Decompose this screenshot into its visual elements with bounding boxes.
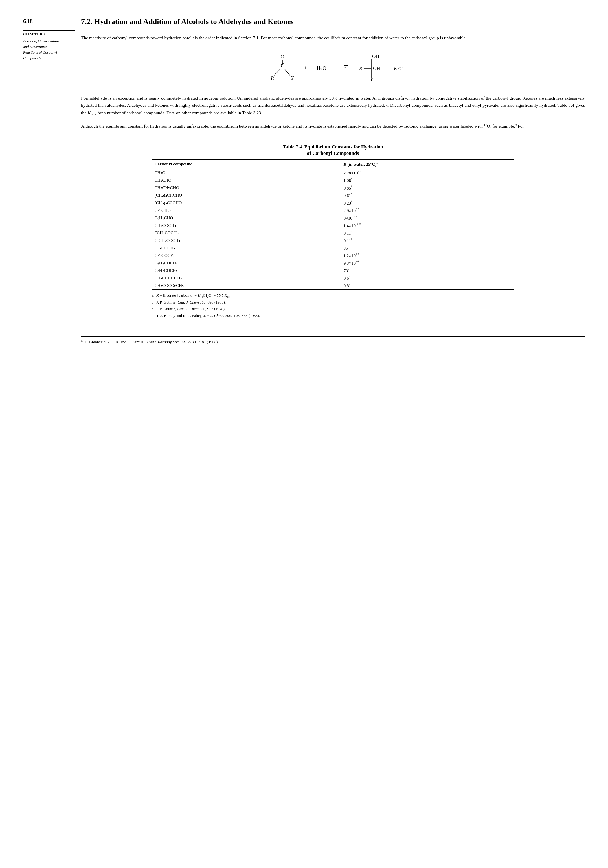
table-row: CF₃COCF₃1.2×10⁶ ᵇ <box>152 252 515 259</box>
svg-text:OH: OH <box>373 66 380 71</box>
value-cell: 0.85ᵇ <box>341 184 514 192</box>
value-cell: 1.06ᵇ <box>341 177 514 184</box>
compound-cell: C₆H₅CHO <box>152 214 341 222</box>
footnote-a: a. K = [hydrate][carbonyl] = Keq[H2O] = … <box>152 292 515 299</box>
chapter-label: CHAPTER 7 <box>23 30 75 36</box>
compound-cell: CH₃COCOCH₃ <box>152 274 341 282</box>
svg-line-5 <box>284 69 290 76</box>
reaction-svg: O ‖ C R Y + H₂O ⇌ <box>255 52 411 84</box>
svg-text:‖: ‖ <box>281 53 284 59</box>
table-title-line2: of Carbonyl Compounds <box>81 150 585 156</box>
svg-text:< 1: < 1 <box>398 66 404 71</box>
table-row: FCH₂COCH₃0.11ᶜ <box>152 229 515 237</box>
footnote9-text: 9. P. Greenzaid, Z. Luz, and D. Samuel, … <box>81 340 219 344</box>
compound-cell: (CH₃)₃CCCHO <box>152 199 341 206</box>
compound-cell: (CH₃)₂CHCHO <box>152 192 341 199</box>
compound-cell: CF₃CHO <box>152 206 341 214</box>
table-row: CH₃COCH₃1.4×10⁻³ ᵇ <box>152 222 515 229</box>
body-para3: Although the equilibrium constant for hy… <box>81 122 585 130</box>
svg-text:H₂O: H₂O <box>316 65 326 71</box>
table-title-line1: Table 7.4. Equilibrium Constants for Hyd… <box>81 144 585 150</box>
table-row: C₆H₅COCF₃78ᵇ <box>152 267 515 274</box>
value-cell: 0.23ᵇ <box>341 199 514 206</box>
table-row: CH₃COCOCH₃0.6ᵈ <box>152 274 515 282</box>
value-cell: 0.11ᶜ <box>341 229 514 237</box>
equilibrium-table: Carbonyl compound K (in water, 25°C)a CH… <box>152 159 515 290</box>
value-cell: 1.2×10⁶ ᵇ <box>341 252 514 259</box>
footnote-c: c. J. P. Guthrie, Can. J. Chem., 56, 962… <box>152 306 515 313</box>
main-content: 7.2. Hydration and Addition of Alcohols … <box>81 17 585 345</box>
compound-cell: CF₃COCH₃ <box>152 244 341 252</box>
page-layout: 638 CHAPTER 7 Addition, Condensation and… <box>23 17 585 345</box>
table-row: (CH₃)₃CCCHO0.23ᵇ <box>152 199 515 206</box>
svg-text:+: + <box>304 64 307 71</box>
svg-text:Y: Y <box>370 77 373 82</box>
table-row: CH₃COCO₂CH₃0.8ᵈ <box>152 282 515 290</box>
compound-cell: CH₂O <box>152 169 341 177</box>
svg-text:Y: Y <box>291 75 294 81</box>
col2-header: K (in water, 25°C)a <box>341 160 514 169</box>
reaction-diagram: O ‖ C R Y + H₂O ⇌ <box>81 52 585 84</box>
value-cell: 9.3×10⁻⁶ ᶜ <box>341 259 514 267</box>
value-cell: 1.4×10⁻³ ᵇ <box>341 222 514 229</box>
page-number: 638 <box>23 17 75 25</box>
table-row: (CH₃)₂CHCHO0.61ᵇ <box>152 192 515 199</box>
table-row: ClCH₂COCH₃0.11ᵇ <box>152 237 515 244</box>
value-cell: 2.9×10⁴ ᵇ <box>341 206 514 214</box>
table-row: CF₃CHO2.9×10⁴ ᵇ <box>152 206 515 214</box>
body-para2: Formaldehyde is an exception and is near… <box>81 94 585 117</box>
compound-cell: CH₃CH₂CHO <box>152 184 341 192</box>
svg-text:R: R <box>271 75 274 81</box>
footnote-b: b. J. P. Guthrie, Can. J. Chem., 53, 898… <box>152 299 515 306</box>
compound-cell: ClCH₂COCH₃ <box>152 237 341 244</box>
table-row: C₆H₅COCH₃9.3×10⁻⁶ ᶜ <box>152 259 515 267</box>
compound-cell: CH₃CHO <box>152 177 341 184</box>
svg-text:⇌: ⇌ <box>343 63 348 69</box>
svg-text:R: R <box>359 66 362 71</box>
svg-line-3 <box>274 69 281 76</box>
table-row: CH₂O2.28×10³ ᵇ <box>152 169 515 177</box>
col1-header: Carbonyl compound <box>152 160 341 169</box>
compound-cell: CF₃COCF₃ <box>152 252 341 259</box>
value-cell: 2.28×10³ ᵇ <box>341 169 514 177</box>
value-cell: 0.61ᵇ <box>341 192 514 199</box>
svg-text:K: K <box>394 66 398 71</box>
compound-cell: C₆H₅COCH₃ <box>152 259 341 267</box>
table-row: CF₃COCH₃35ᵇ <box>152 244 515 252</box>
value-cell: 78ᵇ <box>341 267 514 274</box>
table-row: C₆H₅CHO8×10⁻³ ᶜ <box>152 214 515 222</box>
value-cell: 0.6ᵈ <box>341 274 514 282</box>
table-row: CH₃CHO1.06ᵇ <box>152 177 515 184</box>
value-cell: 35ᵇ <box>341 244 514 252</box>
table-row: CH₃CH₂CHO0.85ᵇ <box>152 184 515 192</box>
left-column: 638 CHAPTER 7 Addition, Condensation and… <box>23 17 81 345</box>
table-header-row: Carbonyl compound K (in water, 25°C)a <box>152 160 515 169</box>
compound-cell: CH₃COCO₂CH₃ <box>152 282 341 290</box>
footnote-d: d. T. J. Burkey and R. C. Fahey, J. Am. … <box>152 313 515 319</box>
table-footnotes: a. K = [hydrate][carbonyl] = Keq[H2O] = … <box>152 292 515 319</box>
footnote9-section: 9. P. Greenzaid, Z. Luz, and D. Samuel, … <box>81 336 585 345</box>
compound-cell: C₆H₅COCF₃ <box>152 267 341 274</box>
table-section: Table 7.4. Equilibrium Constants for Hyd… <box>81 144 585 319</box>
section-title: 7.2. Hydration and Addition of Alcohols … <box>81 17 585 26</box>
value-cell: 0.8ᵈ <box>341 282 514 290</box>
compound-cell: CH₃COCH₃ <box>152 222 341 229</box>
chapter-subtitle: Addition, Condensation and Substitution … <box>23 38 75 61</box>
svg-text:OH: OH <box>372 54 379 59</box>
compound-cell: FCH₂COCH₃ <box>152 229 341 237</box>
value-cell: 8×10⁻³ ᶜ <box>341 214 514 222</box>
value-cell: 0.11ᵇ <box>341 237 514 244</box>
body-para1: The reactivity of carbonyl compounds tow… <box>81 34 585 42</box>
